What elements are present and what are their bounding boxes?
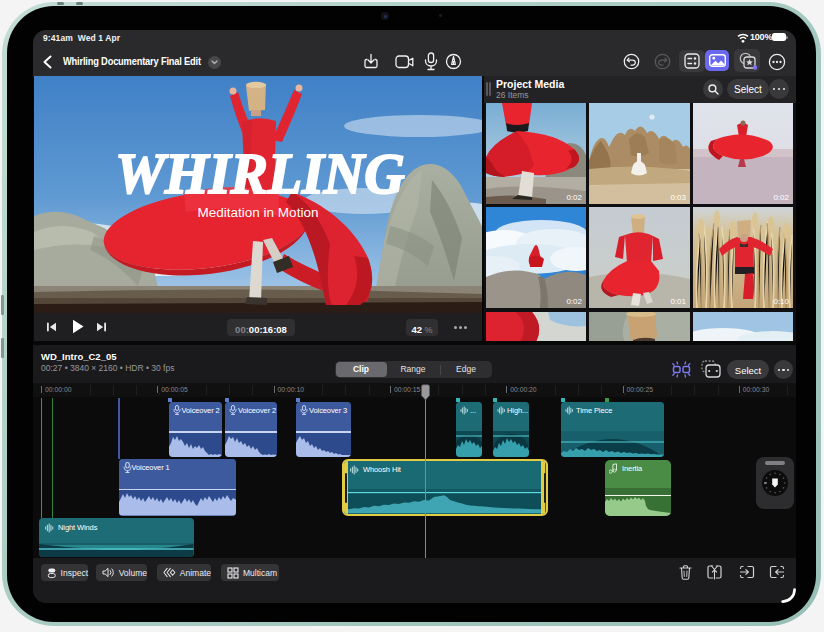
svg-text:Meditation in Motion: Meditation in Motion [198,205,319,220]
svg-text:WHIRLING: WHIRLING [115,143,404,205]
svg-text:0:01: 0:01 [670,297,686,306]
svg-text:0:02: 0:02 [566,193,582,202]
svg-text:0:03: 0:03 [670,193,686,202]
svg-text:0:02: 0:02 [773,193,789,202]
svg-text:0:02: 0:02 [566,297,582,306]
svg-text:0:10: 0:10 [773,297,789,306]
